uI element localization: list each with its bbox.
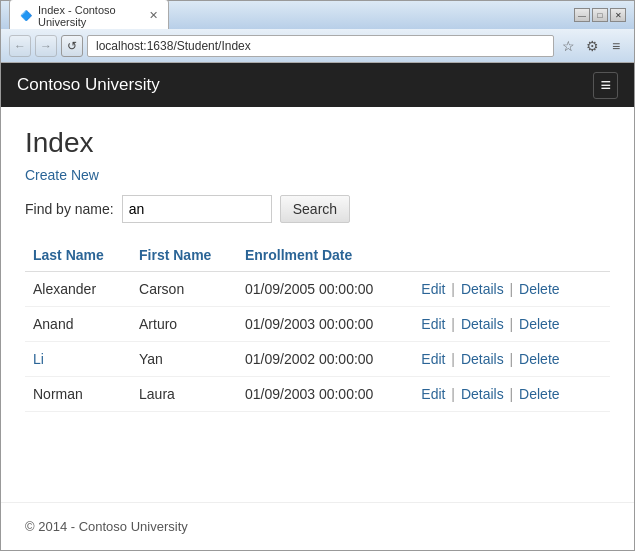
- create-new-link[interactable]: Create New: [25, 167, 99, 183]
- close-button[interactable]: ✕: [610, 8, 626, 22]
- navbar: Contoso University ≡: [1, 63, 634, 107]
- url-text: localhost:1638/Student/Index: [96, 39, 251, 53]
- cell-actions: Edit | Details | Delete: [421, 272, 610, 307]
- edit-link[interactable]: Edit: [421, 281, 445, 297]
- cell-actions: Edit | Details | Delete: [421, 307, 610, 342]
- browser-window: 🔷 Index - Contoso University ✕ — □ ✕ ← →…: [0, 0, 635, 551]
- forward-button[interactable]: →: [35, 35, 57, 57]
- delete-link[interactable]: Delete: [519, 281, 559, 297]
- delete-link[interactable]: Delete: [519, 316, 559, 332]
- star-icon[interactable]: ☆: [558, 35, 578, 57]
- table-row: NormanLaura01/09/2003 00:00:00Edit | Det…: [25, 377, 610, 412]
- cell-first-name: Carson: [139, 272, 245, 307]
- edit-link[interactable]: Edit: [421, 386, 445, 402]
- cell-last-name: Li: [25, 342, 139, 377]
- search-input[interactable]: [122, 195, 272, 223]
- browser-toolbar: ← → ↺ localhost:1638/Student/Index ☆ ⚙ ≡: [1, 29, 634, 63]
- edit-link[interactable]: Edit: [421, 316, 445, 332]
- page-content: Index Create New Find by name: Search La…: [1, 107, 634, 502]
- footer-text: © 2014 - Contoso University: [25, 519, 188, 534]
- settings-icon[interactable]: ⚙: [582, 35, 602, 57]
- tab-favicon: 🔷: [20, 10, 32, 21]
- col-last-name[interactable]: Last Name: [25, 239, 139, 272]
- table-row: AnandArturo01/09/2003 00:00:00Edit | Det…: [25, 307, 610, 342]
- cell-first-name: Yan: [139, 342, 245, 377]
- cell-first-name: Laura: [139, 377, 245, 412]
- sep2: |: [506, 351, 517, 367]
- students-table: Last Name First Name Enrollment Date Ale…: [25, 239, 610, 412]
- search-row: Find by name: Search: [25, 195, 610, 223]
- last-name-link[interactable]: Li: [33, 351, 44, 367]
- cell-enrollment-date: 01/09/2005 00:00:00: [245, 272, 421, 307]
- sep2: |: [506, 386, 517, 402]
- navbar-toggle-button[interactable]: ≡: [593, 72, 618, 99]
- cell-last-name: Norman: [25, 377, 139, 412]
- sep2: |: [506, 316, 517, 332]
- table-row: AlexanderCarson01/09/2005 00:00:00Edit |…: [25, 272, 610, 307]
- tab-close-button[interactable]: ✕: [149, 9, 158, 22]
- cell-actions: Edit | Details | Delete: [421, 342, 610, 377]
- toolbar-icons: ☆ ⚙ ≡: [558, 35, 626, 57]
- details-link[interactable]: Details: [461, 316, 504, 332]
- cell-last-name: Anand: [25, 307, 139, 342]
- cell-actions: Edit | Details | Delete: [421, 377, 610, 412]
- menu-icon[interactable]: ≡: [606, 35, 626, 57]
- refresh-button[interactable]: ↺: [61, 35, 83, 57]
- sep2: |: [506, 281, 517, 297]
- title-bar: 🔷 Index - Contoso University ✕ — □ ✕: [1, 1, 634, 29]
- col-first-name[interactable]: First Name: [139, 239, 245, 272]
- edit-link[interactable]: Edit: [421, 351, 445, 367]
- cell-enrollment-date: 01/09/2002 00:00:00: [245, 342, 421, 377]
- cell-enrollment-date: 01/09/2003 00:00:00: [245, 377, 421, 412]
- search-label: Find by name:: [25, 201, 114, 217]
- cell-last-name: Alexander: [25, 272, 139, 307]
- table-row: LiYan01/09/2002 00:00:00Edit | Details |…: [25, 342, 610, 377]
- back-button[interactable]: ←: [9, 35, 31, 57]
- search-button[interactable]: Search: [280, 195, 350, 223]
- cell-first-name: Arturo: [139, 307, 245, 342]
- table-header-row: Last Name First Name Enrollment Date: [25, 239, 610, 272]
- footer: © 2014 - Contoso University: [1, 502, 634, 550]
- sep1: |: [447, 351, 458, 367]
- details-link[interactable]: Details: [461, 351, 504, 367]
- app-container: Contoso University ≡ Index Create New Fi…: [1, 63, 634, 550]
- tab-title: Index - Contoso University: [38, 4, 143, 28]
- details-link[interactable]: Details: [461, 281, 504, 297]
- details-link[interactable]: Details: [461, 386, 504, 402]
- delete-link[interactable]: Delete: [519, 351, 559, 367]
- sep1: |: [447, 281, 458, 297]
- address-bar[interactable]: localhost:1638/Student/Index: [87, 35, 554, 57]
- col-actions: [421, 239, 610, 272]
- page-title: Index: [25, 127, 610, 159]
- sep1: |: [447, 316, 458, 332]
- browser-tab[interactable]: 🔷 Index - Contoso University ✕: [9, 0, 169, 32]
- minimize-button[interactable]: —: [574, 8, 590, 22]
- sep1: |: [447, 386, 458, 402]
- delete-link[interactable]: Delete: [519, 386, 559, 402]
- cell-enrollment-date: 01/09/2003 00:00:00: [245, 307, 421, 342]
- navbar-brand: Contoso University: [17, 75, 160, 95]
- col-enrollment-date[interactable]: Enrollment Date: [245, 239, 421, 272]
- maximize-button[interactable]: □: [592, 8, 608, 22]
- window-controls: — □ ✕: [574, 8, 626, 22]
